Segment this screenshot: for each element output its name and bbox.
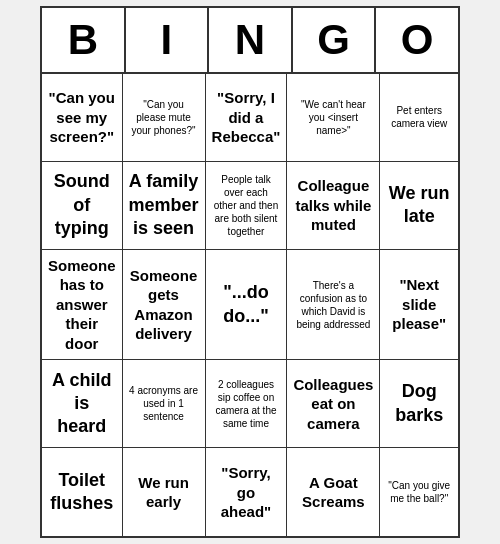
bingo-cell-10[interactable]: Someone has to answer their door [42, 250, 123, 361]
bingo-cell-4[interactable]: Pet enters camera view [380, 74, 458, 162]
bingo-grid: "Can you see my screen?""Can you please … [42, 74, 458, 537]
bingo-cell-19[interactable]: Dog barks [380, 360, 458, 448]
bingo-cell-20[interactable]: Toilet flushes [42, 448, 123, 536]
bingo-cell-1[interactable]: "Can you please mute your phones?" [123, 74, 206, 162]
bingo-cell-6[interactable]: A family member is seen [123, 162, 206, 250]
bingo-cell-3[interactable]: "We can't hear you <insert name>" [287, 74, 380, 162]
bingo-cell-17[interactable]: 2 colleagues sip coffee on camera at the… [206, 360, 288, 448]
bingo-cell-7[interactable]: People talk over each other and then are… [206, 162, 288, 250]
bingo-cell-23[interactable]: A Goat Screams [287, 448, 380, 536]
bingo-header: BINGO [42, 8, 458, 74]
bingo-cell-0[interactable]: "Can you see my screen?" [42, 74, 123, 162]
header-letter-B: B [42, 8, 126, 72]
bingo-cell-15[interactable]: A child is heard [42, 360, 123, 448]
header-letter-N: N [209, 8, 293, 72]
bingo-cell-18[interactable]: Colleagues eat on camera [287, 360, 380, 448]
bingo-cell-5[interactable]: Sound of typing [42, 162, 123, 250]
bingo-cell-2[interactable]: "Sorry, I did a Rebecca" [206, 74, 288, 162]
bingo-cell-12[interactable]: "...do do..." [206, 250, 288, 361]
bingo-cell-22[interactable]: "Sorry, go ahead" [206, 448, 288, 536]
header-letter-I: I [126, 8, 210, 72]
header-letter-O: O [376, 8, 458, 72]
header-letter-G: G [293, 8, 377, 72]
bingo-cell-21[interactable]: We run early [123, 448, 206, 536]
bingo-cell-9[interactable]: We run late [380, 162, 458, 250]
bingo-cell-13[interactable]: There's a confusion as to which David is… [287, 250, 380, 361]
bingo-cell-24[interactable]: "Can you give me the ball?" [380, 448, 458, 536]
bingo-cell-16[interactable]: 4 acronyms are used in 1 sentence [123, 360, 206, 448]
bingo-card: BINGO "Can you see my screen?""Can you p… [40, 6, 460, 539]
bingo-cell-14[interactable]: "Next slide please" [380, 250, 458, 361]
bingo-cell-8[interactable]: Colleague talks while muted [287, 162, 380, 250]
bingo-cell-11[interactable]: Someone gets Amazon delivery [123, 250, 206, 361]
